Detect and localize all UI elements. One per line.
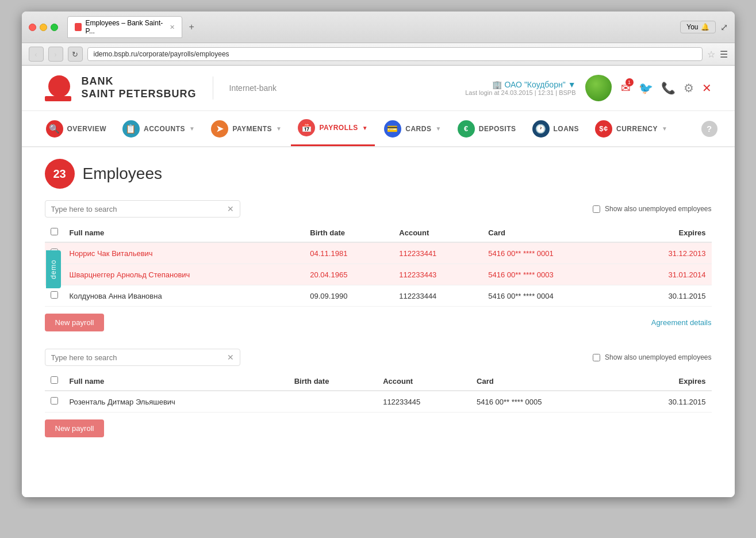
row-checkbox[interactable] — [51, 291, 58, 299]
accounts-icon: 📋 — [122, 120, 140, 138]
apple-icon — [585, 75, 612, 101]
title-bar: Employees – Bank Saint-P... ✕ + You 🔔 ⤢ — [22, 12, 735, 43]
row-card: 5416 00** **** 0004 — [482, 285, 622, 307]
mail-icon[interactable]: ✉ 1 — [621, 81, 631, 95]
table-header-row-2: Full name Birth date Account Card Expire… — [45, 372, 712, 391]
row-birth: 09.09.1990 — [304, 285, 393, 307]
phone-icon[interactable]: 📞 — [661, 81, 676, 95]
tab-close-icon[interactable]: ✕ — [170, 24, 175, 31]
nav-item-deposits[interactable]: € DEPOSITS — [451, 112, 523, 146]
main-content: demo 23 Employees ✕ Show also unemp — [22, 147, 735, 466]
fullscreen-icon[interactable]: ⤢ — [720, 22, 728, 33]
user-button[interactable]: You 🔔 — [680, 21, 715, 33]
settings-icon[interactable]: ⚙ — [684, 81, 694, 95]
new-tab-button[interactable]: + — [185, 21, 199, 33]
close-button[interactable] — [29, 24, 36, 31]
row-birth: 04.11.1981 — [304, 242, 393, 264]
url-input[interactable] — [87, 47, 703, 61]
select-all-1[interactable] — [51, 228, 58, 235]
nav-item-payrolls[interactable]: 📅 PAYROLLS ▼ — [291, 111, 375, 146]
app-header: BANK SAINT PETERSBURG Internet-bank 🏢 ОА… — [22, 66, 735, 111]
row-birth — [289, 391, 377, 413]
section-2: ✕ Show also unemployed employees Full na… — [45, 349, 712, 437]
bank-name-line2: SAINT PETERSBURG — [82, 88, 197, 101]
table-actions-1: New payroll Agreement details — [45, 314, 712, 331]
bank-name-line1: BANK — [82, 75, 197, 88]
row-checkbox[interactable] — [51, 397, 58, 405]
col-check-1 — [45, 223, 64, 242]
bank-logo-icon — [45, 75, 74, 101]
row-name: Розенталь Дитмар Эльяшевич — [64, 391, 289, 413]
traffic-lights — [29, 24, 58, 31]
row-account: 112233444 — [393, 285, 482, 307]
bookmark-icon[interactable]: ☆ — [707, 49, 715, 60]
new-payroll-button-1[interactable]: New payroll — [45, 314, 105, 331]
accounts-label: ACCOUNTS — [144, 125, 185, 133]
deposits-label: DEPOSITS — [479, 125, 516, 133]
back-button[interactable]: ‹ — [29, 47, 44, 62]
payrolls-chevron: ▼ — [362, 125, 368, 131]
col-expires-2: Expires — [618, 372, 712, 391]
page-title: Employees — [83, 165, 163, 183]
maximize-button[interactable] — [51, 24, 58, 31]
last-login: Last login at 24.03.2015 | 12:31 | BSPB — [465, 89, 575, 96]
currency-icon: $¢ — [595, 120, 612, 138]
row-check[interactable] — [45, 391, 64, 413]
close-icon[interactable]: ✕ — [702, 81, 712, 95]
help-button[interactable]: ? — [701, 121, 717, 137]
row-name: Колдунова Анна Ивановна — [64, 285, 305, 307]
forward-button[interactable]: › — [48, 47, 63, 62]
company-name[interactable]: 🏢 ОАО "Коудборн" ▼ — [465, 80, 575, 89]
tab-favicon — [75, 23, 82, 31]
transfer-icon[interactable]: 🐦 — [639, 81, 653, 95]
col-expires-1: Expires — [622, 223, 711, 242]
header-icons: ✉ 1 🐦 📞 ⚙ ✕ — [621, 81, 712, 95]
nav-item-currency[interactable]: $¢ CURRENCY ▼ — [588, 112, 674, 146]
row-expires: 31.01.2014 — [622, 264, 711, 285]
col-fullname-1: Full name — [64, 223, 305, 242]
logo-divider — [213, 77, 213, 100]
currency-chevron: ▼ — [662, 125, 667, 132]
row-check[interactable] — [45, 285, 64, 307]
page-icon: 23 — [45, 159, 75, 189]
nav-item-cards[interactable]: 💳 CARDS ▼ — [377, 112, 448, 146]
app-container: BANK SAINT PETERSBURG Internet-bank 🏢 ОА… — [22, 66, 735, 497]
new-payroll-button-2[interactable]: New payroll — [45, 419, 105, 437]
nav-item-loans[interactable]: 🕐 LOANS — [525, 112, 586, 146]
mail-badge: 1 — [625, 78, 634, 86]
browser-tab[interactable]: Employees – Bank Saint-P... ✕ — [67, 16, 182, 38]
browser-window: Employees – Bank Saint-P... ✕ + You 🔔 ⤢ … — [22, 12, 735, 497]
table-row: Шварцнеггер Арнольд Степанович 20.04.196… — [45, 264, 712, 285]
unemployed-check-1: Show also unemployed employees — [593, 205, 711, 213]
row-name: Норрис Чак Витальевич — [64, 242, 305, 264]
nav-item-accounts[interactable]: 📋 ACCOUNTS ▼ — [116, 112, 202, 146]
unemployed-label-2: Show also unemployed employees — [605, 353, 711, 361]
col-card-1: Card — [482, 223, 622, 242]
search-input-1[interactable] — [51, 205, 227, 213]
nav-item-overview[interactable]: 🔍 OVERVIEW — [39, 112, 113, 146]
col-birth-1: Birth date — [304, 223, 393, 242]
row-expires: 31.12.2013 — [622, 242, 711, 264]
unemployed-checkbox-2[interactable] — [593, 354, 600, 361]
menu-icon[interactable]: ☰ — [720, 49, 728, 60]
loans-icon: 🕐 — [532, 120, 550, 138]
payments-chevron: ▼ — [276, 125, 282, 132]
address-bar: ‹ › ↻ ☆ ☰ — [22, 43, 735, 66]
nav-item-payments[interactable]: ➤ PAYMENTS ▼ — [204, 112, 289, 146]
company-dropdown-icon[interactable]: ▼ — [568, 80, 576, 89]
payrolls-label: PAYROLLS — [319, 124, 358, 132]
search-row-2: ✕ Show also unemployed employees — [45, 349, 712, 366]
bank-name: BANK SAINT PETERSBURG — [82, 75, 197, 100]
notification-icon: 🔔 — [701, 23, 709, 31]
select-all-2[interactable] — [51, 376, 58, 384]
search-clear-1[interactable]: ✕ — [227, 204, 234, 213]
search-input-2[interactable] — [51, 353, 227, 362]
tab-bar: Employees – Bank Saint-P... ✕ + — [67, 16, 676, 38]
user-label: You — [686, 23, 698, 31]
minimize-button[interactable] — [40, 24, 47, 31]
employee-table-2: Full name Birth date Account Card Expire… — [45, 372, 712, 413]
agreement-details-link[interactable]: Agreement details — [651, 318, 712, 327]
unemployed-checkbox-1[interactable] — [593, 205, 600, 213]
refresh-button[interactable]: ↻ — [68, 47, 83, 62]
search-clear-2[interactable]: ✕ — [227, 353, 234, 362]
